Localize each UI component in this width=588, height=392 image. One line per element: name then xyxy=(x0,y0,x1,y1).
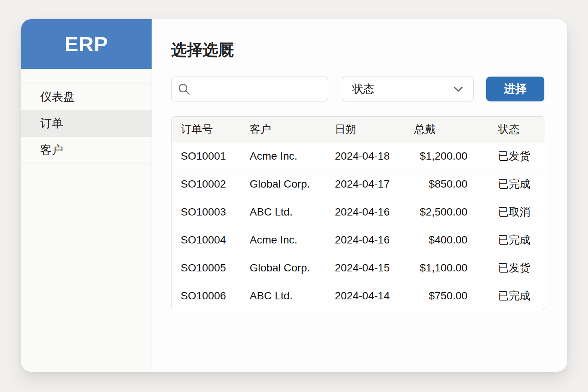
cell-amount: $400.00 xyxy=(405,226,477,254)
select-button[interactable]: 进择 xyxy=(486,77,544,101)
search-icon xyxy=(178,83,191,96)
cell-customer: Global Corp. xyxy=(240,170,325,198)
cell-date: 2024-04-16 xyxy=(326,226,405,254)
column-header: 日朔 xyxy=(326,117,405,142)
cell-customer: ABC Ltd. xyxy=(240,282,325,310)
cell-status: 已完成 xyxy=(477,170,545,198)
cell-customer: Acme Inc. xyxy=(240,142,325,170)
cell-date: 2024-04-16 xyxy=(326,198,405,226)
cell-date: 2024-04-14 xyxy=(326,282,405,310)
toolbar: 状态 进择 xyxy=(171,77,545,101)
sidebar-item[interactable]: 仪表盘 xyxy=(21,83,152,110)
cell-order-no: SO10001 xyxy=(172,142,240,170)
header-row: 订单号客户日朔总戴状态 xyxy=(172,117,545,142)
status-dropdown-label: 状态 xyxy=(352,82,374,97)
cell-order-no: SO10004 xyxy=(172,226,240,254)
cell-status: 已完成 xyxy=(477,226,545,254)
cell-date: 2024-04-15 xyxy=(326,254,405,282)
orders-table: 订单号客户日朔总戴状态 SO10001Acme Inc.2024-04-18$1… xyxy=(172,117,545,310)
orders-table-container: 订单号客户日朔总戴状态 SO10001Acme Inc.2024-04-18$1… xyxy=(171,116,545,310)
orders-table-header: 订单号客户日朔总戴状态 xyxy=(172,117,545,142)
cell-status: 已发货 xyxy=(477,254,545,282)
sidebar-item[interactable]: 客户 xyxy=(21,137,152,164)
cell-amount: $1,100.00 xyxy=(405,254,477,282)
sidebar: ERP 仪表盘订单客户 xyxy=(21,19,152,372)
cell-status: 已取消 xyxy=(477,198,545,226)
column-header: 订单号 xyxy=(172,117,240,142)
table-row[interactable]: SO10001Acme Inc.2024-04-18$1,200.00已发货 xyxy=(172,142,545,170)
cell-order-no: SO10005 xyxy=(172,254,240,282)
table-row[interactable]: SO10005Global Corp.2024-04-15$1,100.00已发… xyxy=(172,254,545,282)
cell-date: 2024-04-17 xyxy=(326,170,405,198)
column-header: 状态 xyxy=(477,117,545,142)
cell-status: 已完成 xyxy=(477,282,545,310)
table-row[interactable]: SO10004Acme Inc.2024-04-16$400.00已完成 xyxy=(172,226,545,254)
search-box[interactable] xyxy=(171,77,328,101)
table-row[interactable]: SO10003ABC Ltd.2024-04-16$2,500.00已取消 xyxy=(172,198,545,226)
cell-status: 已发货 xyxy=(477,142,545,170)
cell-order-no: SO10002 xyxy=(172,170,240,198)
cell-customer: ABC Ltd. xyxy=(240,198,325,226)
cell-customer: Global Corp. xyxy=(240,254,325,282)
cell-amount: $750.00 xyxy=(405,282,477,310)
table-row[interactable]: SO10006ABC Ltd.2024-04-14$750.00已完成 xyxy=(172,282,545,310)
column-header: 客户 xyxy=(240,117,325,142)
status-dropdown[interactable]: 状态 xyxy=(342,77,474,101)
app-logo: ERP xyxy=(21,19,152,69)
cell-customer: Acme Inc. xyxy=(240,226,325,254)
orders-table-body: SO10001Acme Inc.2024-04-18$1,200.00已发货SO… xyxy=(172,142,545,310)
main-content: 选择选厩 状态 进择 订单号客户日朔总戴状态 xyxy=(152,19,567,372)
page-title: 选择选厩 xyxy=(171,39,545,60)
table-row[interactable]: SO10002Global Corp.2024-04-17$850.00已完成 xyxy=(172,170,545,198)
chevron-down-icon xyxy=(453,86,463,93)
search-input[interactable] xyxy=(195,77,333,101)
column-header: 总戴 xyxy=(405,117,477,142)
cell-amount: $1,200.00 xyxy=(405,142,477,170)
cell-date: 2024-04-18 xyxy=(326,142,405,170)
cell-amount: $2,500.00 xyxy=(405,198,477,226)
cell-order-no: SO10006 xyxy=(172,282,240,310)
cell-order-no: SO10003 xyxy=(172,198,240,226)
sidebar-nav: 仪表盘订单客户 xyxy=(21,83,152,164)
sidebar-item[interactable]: 订单 xyxy=(21,110,152,137)
app-window: ERP 仪表盘订单客户 选择选厩 状态 进择 xyxy=(21,19,567,372)
cell-amount: $850.00 xyxy=(405,170,477,198)
